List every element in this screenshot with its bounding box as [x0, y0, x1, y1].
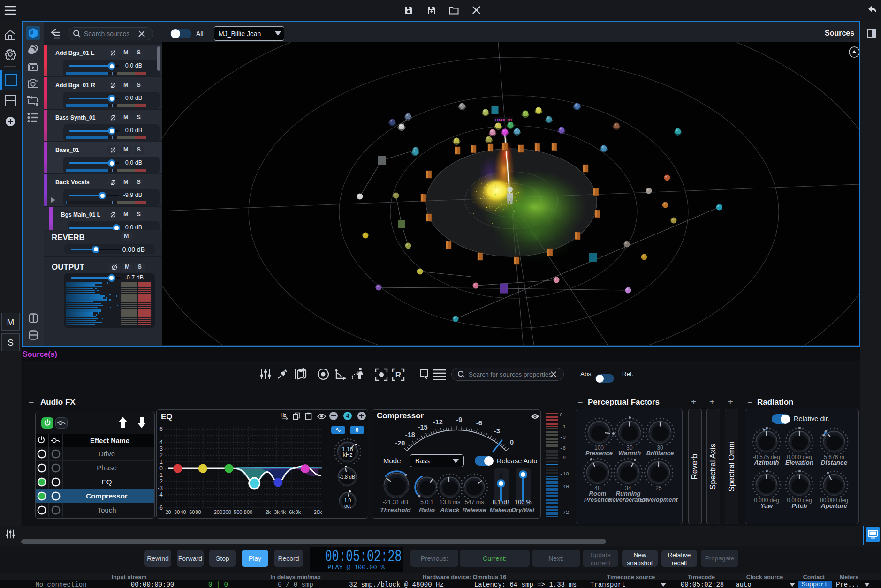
- svg-text:Bass_01: Bass_01: [495, 117, 513, 122]
- svg-text:-6: -6: [476, 419, 482, 427]
- svg-text:80: 80: [195, 509, 201, 515]
- svg-text:60: 60: [189, 509, 195, 515]
- svg-text:30: 30: [174, 509, 180, 515]
- svg-text:4k: 4k: [280, 509, 286, 515]
- svg-text:1: 1: [159, 459, 163, 465]
- svg-text:-18: -18: [405, 431, 415, 438]
- svg-text:2k: 2k: [265, 509, 271, 515]
- svg-text:8k: 8k: [296, 509, 301, 515]
- svg-text:20: 20: [165, 509, 171, 515]
- svg-text:2: 2: [159, 452, 163, 459]
- svg-text:-2: -2: [158, 478, 163, 485]
- svg-text:6k: 6k: [289, 509, 295, 515]
- svg-text:800: 800: [244, 509, 252, 515]
- svg-text:0: 0: [159, 465, 163, 472]
- svg-text:4: 4: [159, 439, 163, 445]
- svg-text:-1.8 dB: -1.8 dB: [339, 474, 355, 480]
- svg-text:500: 500: [234, 509, 242, 515]
- svg-text:20k: 20k: [314, 509, 322, 515]
- svg-text:-12: -12: [433, 418, 443, 426]
- svg-text:-3: -3: [158, 485, 163, 491]
- svg-text:0: 0: [510, 438, 514, 446]
- svg-text:-3: -3: [494, 427, 500, 435]
- svg-text:200: 200: [214, 509, 222, 515]
- svg-text:kHz: kHz: [342, 452, 352, 458]
- svg-text:-4: -4: [158, 491, 163, 498]
- svg-text:3k: 3k: [274, 509, 280, 515]
- svg-text:-6: -6: [158, 505, 163, 511]
- svg-text:6: 6: [159, 426, 163, 432]
- svg-text:300: 300: [222, 509, 231, 515]
- svg-text:40: 40: [180, 509, 186, 515]
- svg-text:3: 3: [159, 445, 163, 452]
- svg-text:R: R: [395, 370, 401, 379]
- svg-text:-1: -1: [158, 472, 163, 478]
- svg-text:-15: -15: [418, 423, 428, 431]
- svg-text:-20: -20: [395, 439, 405, 447]
- svg-text:-9: -9: [456, 416, 462, 423]
